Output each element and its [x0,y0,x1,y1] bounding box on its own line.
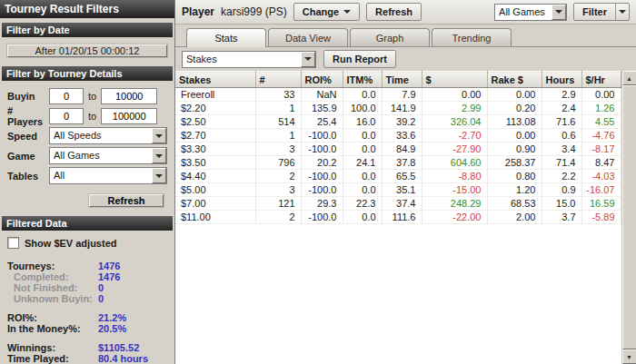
sidebar-title: Tourney Result Filters [0,0,174,18]
cell-roi: 25.4 [301,115,343,129]
cell-hr: 0.00 [581,88,621,102]
cell-time: 65.5 [382,170,422,183]
stat-row-tourneys: Tourneys:1476 [7,261,167,271]
cell-time: 84.9 [382,143,422,156]
cell-: -27.90 [422,143,487,156]
cell-: 3 [255,143,301,156]
table-row[interactable]: $4.402-100.00.065.5-8.800.802.2-4.03 [175,170,621,183]
cell-: -15.00 [422,183,487,197]
table-row[interactable]: $11.002-100.00.0111.6-22.002.003.7-5.89 [175,211,621,224]
ev-adjusted-checkbox[interactable] [7,237,19,249]
report-type-select[interactable]: Stakes [182,51,316,68]
chevron-down-icon[interactable] [615,4,629,20]
game-label: Game [7,151,49,162]
table-row[interactable]: Freeroll33NaN0.07.90.000.002.90.00 [175,88,621,102]
cell-roi: -100.0 [301,170,343,183]
speed-select[interactable]: All Speeds [49,127,167,144]
cell-rake: 0.80 [487,170,542,183]
chevron-down-icon[interactable] [552,5,566,20]
cell-: 326.04 [422,115,487,129]
cell-roi: 29.3 [301,197,343,211]
tables-select[interactable]: All [49,167,167,184]
stat-row-winnings: Winnings:$1105.52 [7,342,167,353]
column-header-stakes[interactable]: Stakes [175,72,255,88]
chevron-down-icon[interactable] [301,52,315,67]
filter-button[interactable]: Filter [573,3,630,21]
player-label: Player [182,5,214,18]
filtered-data-header: Filtered Data [2,216,173,231]
column-header-hours[interactable]: Hours [542,72,581,88]
cell-roi: NaN [301,88,343,102]
cell-hours: 3.4 [542,143,581,156]
table-row[interactable]: $3.303-100.00.084.9-27.900.903.4-8.17 [175,143,621,156]
tab-graph[interactable]: Graph [350,28,430,46]
cell-: 796 [255,156,301,170]
cell-: 121 [255,197,301,211]
filter-by-details-header: Filter by Tourney Details [2,66,173,81]
table-header-row: Stakes#ROI%ITM%Time$Rake $Hours$/Hr [175,72,621,88]
speed-select-value: All Speeds [50,128,152,143]
players-from-input[interactable] [49,108,84,124]
cell-time: 35.1 [382,183,422,197]
column-header-roi[interactable]: ROI% [301,72,343,88]
cell-hr: -4.03 [581,170,621,183]
column-header-itm[interactable]: ITM% [343,72,382,88]
table-row[interactable]: $3.5079620.224.137.8604.60258.3771.48.47 [175,156,621,170]
game-select-value: All Games [50,148,152,163]
vertical-scrollbar[interactable]: ▲ ▼ [621,71,636,364]
cell-rake: 0.00 [487,129,542,143]
table-row[interactable]: $2.201135.9100.0141.92.990.202.41.26 [175,102,621,115]
players-to-input[interactable] [101,108,157,124]
player-refresh-button[interactable]: Refresh [366,3,422,21]
cell-itm: 16.0 [343,115,382,129]
column-header-rake[interactable]: Rake $ [487,72,542,88]
cell-rake: 68.53 [487,197,542,211]
chevron-down-icon[interactable] [152,128,166,143]
table-row[interactable]: $2.701-100.00.033.6-2.700.000.6-4.76 [175,129,621,143]
table-row[interactable]: $7.0012129.322.337.4248.2968.5315.016.59 [175,197,621,211]
stat-group: ROI%:21.2%In the Money%:20.5% [0,312,174,334]
stat-row-not-finished: Not Finished:0 [7,282,167,293]
table-row[interactable]: $5.003-100.00.035.1-15.001.200.9-16.07 [175,183,621,197]
buyin-from-input[interactable] [49,88,84,104]
game-row: Game All Games [7,147,167,164]
games-select[interactable]: All Games [494,4,567,21]
cell-time: 33.6 [382,129,422,143]
change-player-button[interactable]: Change [293,3,360,21]
stat-label: Not Finished: [7,282,98,293]
games-select-value: All Games [495,5,552,20]
cell-roi: -100.0 [301,211,343,224]
cell-hr: 1.26 [581,102,621,115]
column-header-[interactable]: $ [422,72,487,88]
cell-hr: -16.07 [581,183,621,197]
table-row[interactable]: $2.5051425.416.039.2326.04113.0871.64.55 [175,115,621,129]
column-header-time[interactable]: Time [382,72,422,88]
tab-bar: StatsData ViewGraphTrending [175,25,636,47]
tab-stats[interactable]: Stats [186,28,266,47]
cell-rake: 0.20 [487,102,542,115]
buyin-to-input[interactable] [101,88,157,104]
sidebar-refresh-button[interactable]: Refresh [89,194,164,207]
column-header-hr[interactable]: $/Hr [581,72,621,88]
cell-: 33 [255,88,301,102]
scroll-down-icon[interactable]: ▼ [622,349,636,364]
cell-stakes: $2.70 [175,129,255,143]
game-select[interactable]: All Games [49,147,167,164]
cell-hours: 2.2 [542,170,581,183]
date-filter-button[interactable]: After 01/20/15 00:00:12 [7,44,167,57]
run-report-button[interactable]: Run Report [323,50,396,68]
scrollbar-thumb[interactable] [622,85,636,349]
cell-: 604.60 [422,156,487,170]
tables-select-value: All [50,168,152,183]
player-name: karsi999 (PS) [221,5,287,18]
cell-hours: 15.0 [542,197,581,211]
column-header-[interactable]: # [255,72,301,88]
tab-data-view[interactable]: Data View [268,28,348,46]
tab-trending[interactable]: Trending [432,28,512,46]
chevron-down-icon[interactable] [152,148,166,163]
cell-itm: 0.0 [343,211,382,224]
stat-value: 0 [98,293,104,304]
chevron-down-icon[interactable] [152,168,166,183]
scroll-up-icon[interactable]: ▲ [622,71,636,85]
cell-stakes: Freeroll [175,88,255,102]
